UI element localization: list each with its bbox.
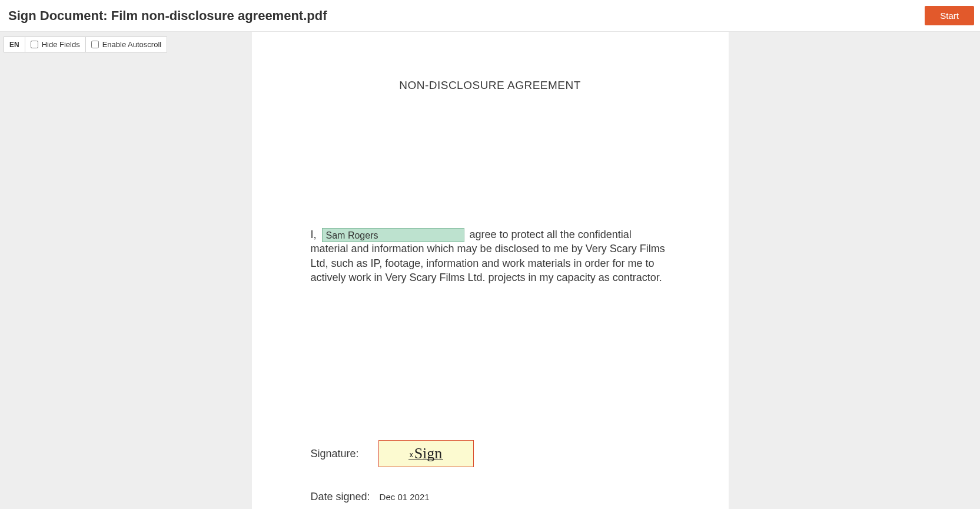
autoscroll-toggle[interactable]: Enable Autoscroll <box>85 37 167 52</box>
signature-field[interactable]: xSign <box>378 440 474 467</box>
toolbar: EN Hide Fields Enable Autoscroll <box>4 37 167 52</box>
page-title: Sign Document: Film non-disclosure agree… <box>8 8 327 24</box>
document-page: NON-DISCLOSURE AGREEMENT I, Sam Rogers a… <box>252 32 729 509</box>
date-signed-value: Dec 01 2021 <box>380 492 430 502</box>
hide-fields-checkbox[interactable] <box>31 41 38 48</box>
language-button[interactable]: EN <box>4 37 25 52</box>
signature-row: Signature: xSign <box>311 440 670 467</box>
autoscroll-label: Enable Autoscroll <box>102 40 161 49</box>
document-viewport[interactable]: NON-DISCLOSURE AGREEMENT I, Sam Rogers a… <box>252 32 729 509</box>
workspace: EN Hide Fields Enable Autoscroll NON-DIS… <box>0 32 980 509</box>
language-label: EN <box>9 41 19 49</box>
date-row: Date signed: Dec 01 2021 <box>311 491 670 503</box>
para-prefix: I, <box>311 229 317 240</box>
hide-fields-toggle[interactable]: Hide Fields <box>25 37 86 52</box>
signature-underline <box>408 460 444 460</box>
signature-label: Signature: <box>311 448 367 460</box>
hide-fields-label: Hide Fields <box>42 40 80 49</box>
date-signed-label: Date signed: <box>311 491 370 503</box>
name-field[interactable]: Sam Rogers <box>322 228 464 242</box>
signature-placeholder: xSign <box>410 445 443 462</box>
autoscroll-checkbox[interactable] <box>91 41 99 48</box>
agreement-paragraph: I, Sam Rogers agree to protect all the c… <box>311 227 670 285</box>
document-title: NON-DISCLOSURE AGREEMENT <box>311 79 670 92</box>
start-button[interactable]: Start <box>925 6 974 25</box>
app-header: Sign Document: Film non-disclosure agree… <box>0 0 980 32</box>
signature-x-icon: x <box>410 451 413 459</box>
